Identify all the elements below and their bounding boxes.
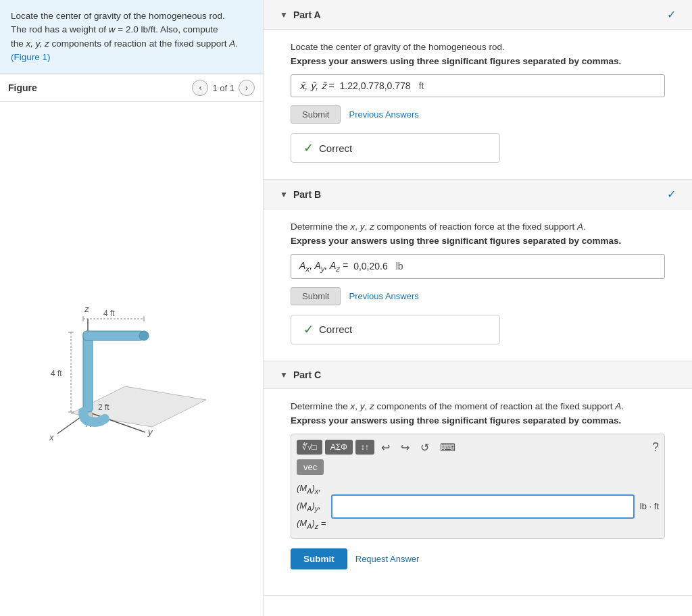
problem-text-1: Locate the center of gravity of the homo… [11, 11, 225, 21]
prev-figure-btn[interactable]: ‹ [192, 80, 208, 96]
part-c-label: Part C [293, 369, 321, 380]
problem-text-7: . [235, 38, 238, 49]
part-a-correct-check: ✓ [303, 140, 314, 155]
problem-w: w [109, 24, 116, 34]
part-a-check: ✓ [667, 8, 676, 21]
part-b-btn-row: Submit Previous Answers [291, 287, 665, 305]
figure-svg: x y z A [30, 265, 233, 454]
toolbar-radical-btn[interactable]: ∜√□ [297, 440, 322, 455]
figure-title: Figure [8, 82, 37, 93]
part-a-label: Part A [293, 9, 321, 20]
part-a-instruction: Express your answers using three signifi… [291, 56, 665, 66]
toolbar-vec-btn[interactable]: vec [297, 459, 324, 475]
toolbar-help[interactable]: ? [652, 440, 659, 455]
svg-rect-10 [83, 332, 93, 412]
part-a-section: ▼ Part A ✓ Locate the center of gravity … [264, 0, 692, 180]
next-figure-btn[interactable]: › [239, 80, 255, 96]
svg-text:x: x [49, 432, 54, 442]
part-b-answer-box: Ax, Ay, Az = 0,0,20.6 lb [291, 254, 665, 279]
part-b-answer-value: 0,0,20.6 [353, 261, 388, 272]
problem-statement: Locate the center of gravity of the homo… [0, 0, 263, 74]
part-b-label: Part B [293, 189, 321, 200]
part-a-correct-label: Correct [319, 143, 352, 154]
figure-link[interactable]: (Figure 1) [11, 52, 51, 62]
toolbar-undo-btn[interactable]: ↩ [377, 440, 394, 455]
part-b-correct-box: ✓ Correct [291, 315, 500, 344]
svg-text:2 ft: 2 ft [98, 403, 109, 412]
part-a-btn-row: Submit Previous Answers [291, 105, 665, 124]
problem-xyz: x, y, z [26, 38, 49, 49]
part-a-submit-btn[interactable]: Submit [291, 105, 341, 124]
part-c-instruction: Express your answers using three signifi… [291, 415, 665, 426]
math-toolbar: ∜√□ ΑΣΦ ↕↑ ↩ ↪ ↺ ⌨ ? vec [291, 434, 665, 539]
part-a-prev-answers-link[interactable]: Previous Answers [349, 109, 418, 120]
part-b-content: Determine the x, y, z components of reac… [264, 209, 692, 361]
svg-text:4 ft: 4 ft [103, 309, 115, 318]
toolbar-redo-btn[interactable]: ↪ [397, 440, 414, 455]
part-c-desc: Determine the x, y, z components of the … [291, 401, 665, 411]
part-b-header[interactable]: ▼ Part B ✓ [264, 180, 692, 209]
svg-point-12 [139, 331, 149, 340]
toolbar-row2: vec [297, 459, 659, 475]
svg-rect-0 [30, 265, 233, 454]
part-a-collapse-icon: ▼ [280, 10, 288, 20]
toolbar-row1: ∜√□ ΑΣΦ ↕↑ ↩ ↪ ↺ ⌨ ? [297, 440, 659, 455]
part-a-header-left: ▼ Part A [280, 9, 321, 20]
math-input-area: (MA)x, (MA)y, (MA)z = lb · ft [297, 475, 659, 533]
right-panel: ▼ Part A ✓ Locate the center of gravity … [264, 0, 692, 616]
figure-area: Figure ‹ 1 of 1 › x y [0, 74, 263, 616]
part-a-correct-box: ✓ Correct [291, 133, 500, 163]
part-c-math-label: (MA)x, (MA)y, (MA)z = [297, 480, 326, 533]
figure-nav-label: 1 of 1 [212, 83, 234, 93]
toolbar-refresh-btn[interactable]: ↺ [416, 440, 433, 455]
part-b-submit-btn[interactable]: Submit [291, 287, 341, 305]
part-b-header-left: ▼ Part B [280, 189, 321, 200]
problem-text-3: = 2.0 lb/ft [116, 24, 156, 34]
part-c-collapse-icon: ▼ [280, 370, 288, 380]
figure-nav: ‹ 1 of 1 › [192, 80, 255, 96]
toolbar-keyboard-btn[interactable]: ⌨ [436, 440, 460, 455]
part-c-unit: lb · ft [640, 501, 659, 511]
part-b-section: ▼ Part B ✓ Determine the x, y, z compone… [264, 180, 692, 361]
part-a-answer-value: 1.22,0.778,0.778 [340, 80, 411, 91]
svg-rect-11 [83, 331, 144, 340]
part-b-correct-check: ✓ [303, 322, 314, 337]
part-c-header[interactable]: ▼ Part C [264, 361, 692, 389]
part-b-check: ✓ [667, 188, 676, 201]
part-a-desc: Locate the center of gravity of the homo… [291, 42, 665, 52]
part-c-content: Determine the x, y, z components of the … [264, 389, 692, 595]
part-b-answer-label: Ax, Ay, Az = [299, 260, 348, 273]
part-b-instruction: Express your answers using three signifi… [291, 236, 665, 246]
part-a-answer-unit: ft [419, 80, 424, 91]
part-b-correct-label: Correct [319, 324, 352, 335]
part-b-collapse-icon: ▼ [280, 190, 288, 199]
part-a-answer-label: x̄, ȳ, z̄ = [299, 80, 335, 91]
part-c-btn-row: Submit Request Answer [291, 548, 665, 569]
part-a-content: Locate the center of gravity of the homo… [264, 30, 692, 179]
part-b-answer-unit: lb [396, 261, 403, 272]
svg-text:z: z [84, 304, 89, 314]
problem-text-6: components of reaction at the fixed supp… [49, 38, 227, 49]
figure-header: Figure ‹ 1 of 1 › [0, 74, 263, 102]
part-b-prev-answers-link[interactable]: Previous Answers [349, 291, 418, 301]
problem-text-2: The rod has a weight of [11, 24, 109, 34]
part-c-header-left: ▼ Part C [280, 369, 321, 380]
part-b-desc: Determine the x, y, z components of reac… [291, 222, 665, 232]
problem-A: A [229, 38, 235, 49]
figure-image: x y z A [0, 102, 263, 616]
part-c-request-answer-link[interactable]: Request Answer [355, 554, 420, 564]
part-c-answer-input[interactable] [331, 494, 634, 519]
part-a-header[interactable]: ▼ Part A ✓ [264, 0, 692, 30]
part-c-section: ▼ Part C Determine the x, y, z component… [264, 361, 692, 596]
toolbar-symbols-btn[interactable]: ΑΣΦ [325, 440, 353, 455]
problem-text-5: the [11, 38, 26, 49]
toolbar-arrows-btn[interactable]: ↕↑ [355, 440, 374, 455]
svg-text:4 ft: 4 ft [51, 369, 62, 378]
part-a-answer-box: x̄, ȳ, z̄ = 1.22,0.778,0.778 ft [291, 74, 665, 97]
part-c-submit-btn[interactable]: Submit [291, 548, 347, 569]
problem-text-4: . Also, compute [155, 24, 218, 34]
